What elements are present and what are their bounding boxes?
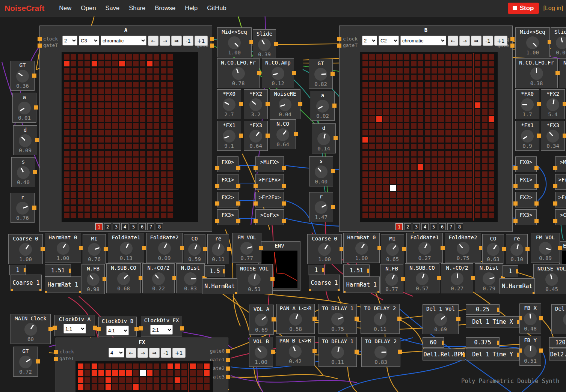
port-out[interactable]	[274, 42, 278, 46]
seq-cell[interactable]	[147, 164, 152, 170]
seq-cell[interactable]	[475, 213, 480, 218]
seq-cell[interactable]	[383, 199, 389, 204]
seq-cell[interactable]	[85, 192, 90, 198]
port-in[interactable]	[215, 219, 219, 223]
seq-cell[interactable]	[445, 185, 451, 191]
port-out[interactable]	[397, 317, 401, 321]
seq-cell[interactable]	[105, 192, 111, 198]
seq-cell[interactable]	[147, 213, 152, 218]
seq-cell[interactable]	[92, 192, 97, 198]
seq-cell[interactable]	[64, 185, 69, 191]
seq-cell[interactable]	[181, 377, 187, 383]
seq-cell[interactable]	[459, 192, 465, 198]
knob-dial[interactable]	[374, 313, 386, 326]
knob-dial[interactable]	[232, 67, 245, 80]
seq-cell[interactable]	[85, 123, 90, 129]
seq-cell[interactable]	[175, 377, 180, 383]
seq-cell[interactable]	[105, 199, 111, 204]
seq-cell[interactable]	[390, 54, 396, 60]
port-out[interactable]	[34, 105, 38, 110]
pattern-button-1[interactable]: 1	[395, 223, 403, 230]
seq-cell[interactable]	[475, 102, 480, 108]
seq-cell[interactable]	[466, 206, 472, 212]
seq-cell[interactable]	[489, 130, 494, 135]
seq-cell[interactable]	[154, 137, 159, 143]
seq-cell[interactable]	[126, 89, 132, 94]
seq-cell[interactable]	[425, 199, 430, 204]
seq-cell[interactable]	[161, 123, 166, 129]
port-out[interactable]	[334, 136, 338, 140]
seq-cell[interactable]	[71, 192, 76, 198]
seq-cell[interactable]	[98, 95, 104, 101]
seq-cell[interactable]	[85, 377, 90, 383]
seq-cell[interactable]	[133, 54, 139, 60]
seq-cell[interactable]	[105, 116, 111, 122]
seq-cell[interactable]	[112, 199, 118, 204]
seq-cell[interactable]	[126, 102, 132, 108]
seq-cell[interactable]	[140, 95, 145, 101]
seq-cell[interactable]	[204, 370, 210, 376]
seq-cell[interactable]	[85, 158, 90, 163]
seq-cell[interactable]	[168, 377, 173, 383]
seq-cell[interactable]	[452, 178, 458, 184]
seq-cell[interactable]	[482, 178, 488, 184]
seq-cell[interactable]	[168, 151, 173, 156]
knob-dial[interactable]	[526, 36, 539, 49]
seq-cell[interactable]	[64, 75, 69, 80]
seq-cell[interactable]	[362, 102, 368, 108]
port-out[interactable]	[259, 246, 263, 250]
menu-item-browse[interactable]: Browse	[155, 5, 175, 12]
seq-cell[interactable]	[85, 54, 90, 60]
seq-cell[interactable]	[98, 151, 104, 156]
seq-cell[interactable]	[466, 75, 472, 80]
port-out[interactable]	[282, 201, 286, 206]
seq-cell[interactable]	[106, 363, 111, 369]
seq-cell[interactable]	[161, 213, 166, 218]
login-link[interactable]: [Log in]	[543, 5, 563, 12]
seq-cell[interactable]	[78, 213, 83, 218]
seq-cell[interactable]	[383, 158, 389, 163]
seq-cell[interactable]	[85, 171, 90, 177]
seq-cell[interactable]	[418, 213, 423, 218]
seq-cell[interactable]	[418, 95, 423, 101]
seq-cell[interactable]	[190, 384, 196, 390]
seq-cell[interactable]	[154, 185, 159, 191]
seq-cell[interactable]	[475, 164, 480, 170]
seq-cell[interactable]	[119, 370, 125, 376]
seq-cell[interactable]	[204, 384, 210, 390]
seq-cell[interactable]	[425, 82, 430, 87]
seq-cell[interactable]	[154, 192, 159, 198]
seq-cell[interactable]	[92, 199, 97, 204]
seq-cell[interactable]	[105, 89, 111, 94]
knob-dial[interactable]	[434, 313, 447, 326]
seq-cell[interactable]	[168, 192, 173, 198]
seq-cell[interactable]	[78, 102, 83, 108]
seq-cell[interactable]	[432, 82, 437, 87]
seq-cell[interactable]	[432, 185, 437, 191]
seq-cell[interactable]	[445, 178, 451, 184]
seq-cell[interactable]	[78, 54, 83, 60]
seq-cell[interactable]	[78, 130, 83, 135]
seq-cell[interactable]	[452, 206, 458, 212]
seq-cell[interactable]	[71, 171, 76, 177]
seq-cell[interactable]	[390, 116, 396, 122]
seq-cell[interactable]	[390, 102, 396, 108]
seq-cell[interactable]	[411, 151, 417, 156]
seq-cell[interactable]	[411, 213, 417, 218]
seq-button-1[interactable]: -1	[161, 348, 171, 358]
seq-cell[interactable]	[133, 123, 139, 129]
seq-cell[interactable]	[362, 82, 368, 87]
port-out[interactable]	[236, 166, 240, 170]
port-out[interactable]	[239, 134, 243, 138]
seq-cell[interactable]	[168, 61, 173, 66]
seq-cell[interactable]	[411, 130, 417, 135]
port-out[interactable]	[270, 277, 275, 281]
port-out[interactable]	[24, 268, 26, 272]
seq-cell[interactable]	[432, 213, 437, 218]
seq-cell[interactable]	[190, 363, 196, 369]
knob-dial[interactable]	[521, 130, 534, 143]
seq-cell[interactable]	[119, 178, 125, 184]
seq-button-[interactable]: →	[137, 348, 148, 358]
seq-cell[interactable]	[376, 171, 382, 177]
seq-cell[interactable]	[154, 199, 159, 204]
